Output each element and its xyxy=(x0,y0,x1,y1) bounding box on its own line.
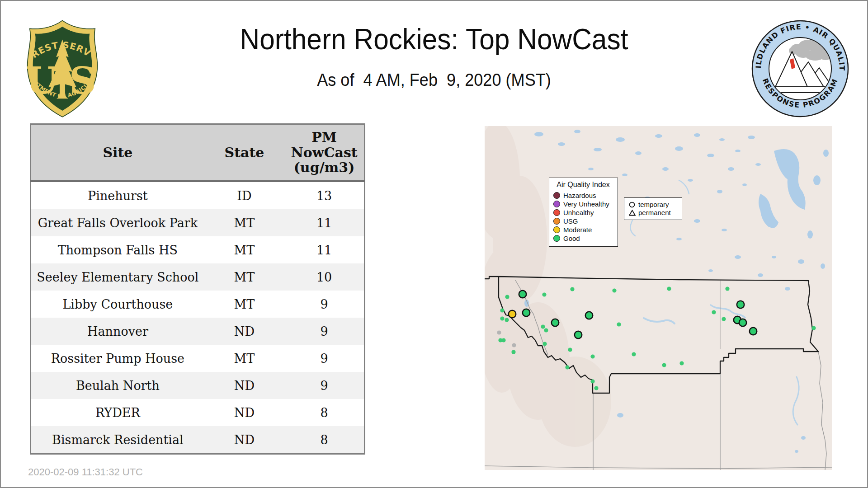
value-cell: 9 xyxy=(284,291,364,318)
monitor-dot-good xyxy=(544,328,548,332)
value-cell: 10 xyxy=(284,263,364,291)
state-cell: ID xyxy=(204,181,284,209)
table-row: Seeley Elementary School MT 10 xyxy=(31,263,365,291)
table-row: Rossiter Pump House MT 9 xyxy=(31,345,365,372)
monitor-dot-good xyxy=(542,292,546,296)
column-header-state: State xyxy=(204,124,284,182)
monitor-type-legend: temporary permanent xyxy=(624,197,682,220)
table-row: Great Falls Overlook Park MT 11 xyxy=(31,209,365,236)
value-cell: 11 xyxy=(284,236,364,263)
monitor-dot-good xyxy=(811,326,816,330)
monitor-dot-good xyxy=(590,379,594,383)
site-cell: Great Falls Overlook Park xyxy=(31,209,204,236)
aqi-color-dot-icon xyxy=(553,201,560,207)
state-cell: ND xyxy=(204,318,284,345)
value-cell: 11 xyxy=(284,209,364,236)
value-cell: 13 xyxy=(284,181,364,209)
table-row: Bismarck Residential ND 8 xyxy=(31,426,365,454)
aqi-color-dot-icon xyxy=(553,226,560,233)
monitor-dot-good xyxy=(679,361,684,365)
state-cell: MT xyxy=(204,291,284,318)
aqi-legend-item: Moderate xyxy=(553,225,616,234)
temporary-legend-row: temporary xyxy=(628,201,679,209)
aqi-legend-label: USG xyxy=(563,217,578,225)
monitor-dot-good xyxy=(725,286,729,291)
top-site-marker xyxy=(552,319,559,326)
aqi-legend-item: Hazardous xyxy=(553,191,616,200)
monitor-dot-good xyxy=(505,318,509,322)
state-cell: MT xyxy=(204,209,284,236)
basemap xyxy=(485,126,832,470)
monitor-dot-good xyxy=(590,354,594,358)
value-cell: 8 xyxy=(284,426,364,454)
aqi-color-dot-icon xyxy=(553,235,560,242)
monitor-dot-no-data xyxy=(497,330,501,334)
site-cell: Libby Courthouse xyxy=(31,291,204,318)
state-cell: MT xyxy=(204,263,284,291)
top-site-marker xyxy=(750,328,757,335)
table-row: RYDER ND 8 xyxy=(31,399,365,426)
monitor-dot-good xyxy=(722,317,726,321)
aqi-legend-label: Moderate xyxy=(563,225,592,234)
slide: FOREST SERVICE U S DEPARTMENT OF AGRICUL… xyxy=(0,0,868,488)
temporary-monitor-icon xyxy=(628,202,636,208)
monitor-dot-good xyxy=(667,286,671,291)
nowcast-table: Site State PM NowCast (ug/m3) Pinehurst … xyxy=(30,123,365,455)
permanent-legend-row: permanent xyxy=(628,209,679,217)
generated-timestamp: 2020-02-09 11:31:32 UTC xyxy=(28,466,143,478)
monitor-dot-good xyxy=(500,308,504,312)
permanent-monitor-icon xyxy=(628,210,636,216)
page-title: Northern Rockies: Top NowCast xyxy=(30,23,838,56)
monitor-dot-good xyxy=(617,322,621,326)
site-cell: Rossiter Pump House xyxy=(31,345,204,372)
state-cell: ND xyxy=(204,399,284,426)
aqi-color-dot-icon xyxy=(553,218,560,225)
aqi-legend-item: Unhealthy xyxy=(553,208,616,217)
column-header-pm-nowcast: PM NowCast (ug/m3) xyxy=(284,124,364,182)
column-header-site: Site xyxy=(31,124,204,182)
monitor-dot-good xyxy=(505,295,509,299)
temporary-label: temporary xyxy=(638,201,669,209)
top-site-marker xyxy=(519,291,526,298)
state-cell: ND xyxy=(204,372,284,399)
table-row: Hannover ND 9 xyxy=(31,318,365,345)
monitor-dot-good xyxy=(662,363,666,367)
aqi-legend-item: Very Unhealthy xyxy=(553,200,616,208)
monitor-dot-good xyxy=(501,338,505,342)
monitor-dot-good xyxy=(541,324,545,328)
monitor-dot-good xyxy=(565,365,569,369)
table-header-row: Site State PM NowCast (ug/m3) xyxy=(31,124,365,182)
aqi-legend: Air Quality Index Hazardous Very Unhealt… xyxy=(549,178,618,247)
aqi-legend-title: Air Quality Index xyxy=(553,181,616,189)
site-cell: Hannover xyxy=(31,318,204,345)
state-cell: MT xyxy=(204,345,284,372)
monitor-dot-good xyxy=(594,386,598,390)
site-cell: Beulah North xyxy=(31,372,204,399)
site-cell: Pinehurst xyxy=(31,181,204,209)
site-cell: Seeley Elementary School xyxy=(31,263,204,291)
aqi-legend-label: Good xyxy=(563,234,580,243)
table-row: Thompson Falls HS MT 11 xyxy=(31,236,365,263)
aqi-legend-label: Hazardous xyxy=(563,191,596,200)
site-cell: RYDER xyxy=(31,399,204,426)
value-cell: 9 xyxy=(284,318,364,345)
top-site-marker xyxy=(523,309,530,316)
permanent-label: permanent xyxy=(638,209,671,217)
table-row: Beulah North ND 9 xyxy=(31,372,365,399)
monitor-dot-good xyxy=(570,287,574,291)
monitor-dot-good xyxy=(712,310,716,314)
value-cell: 9 xyxy=(284,372,364,399)
monitor-dot-good xyxy=(632,352,636,356)
state-cell: MT xyxy=(204,236,284,263)
monitor-dot-good xyxy=(568,347,572,352)
value-cell: 8 xyxy=(284,399,364,426)
aqi-legend-label: Unhealthy xyxy=(563,208,594,217)
air-quality-map: Air Quality Index Hazardous Very Unhealt… xyxy=(485,126,832,470)
top-site-marker xyxy=(509,310,516,318)
top-site-marker xyxy=(575,331,582,338)
aqi-legend-item: USG xyxy=(553,217,616,225)
value-cell: 9 xyxy=(284,345,364,372)
site-cell: Bismarck Residential xyxy=(31,426,204,454)
aqi-color-dot-icon xyxy=(553,192,560,199)
table-row: Libby Courthouse MT 9 xyxy=(31,291,365,318)
